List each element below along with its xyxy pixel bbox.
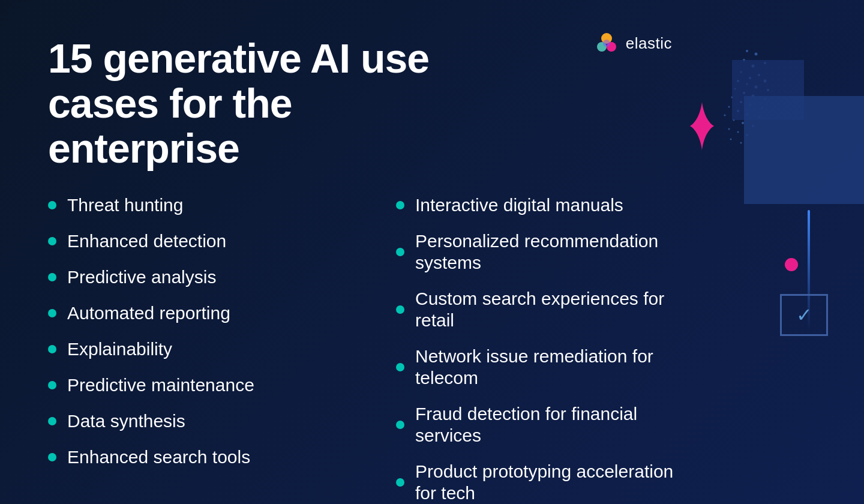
- right-list-column: Interactive digital manualsPersonalized …: [396, 194, 696, 504]
- list-item: Custom search experiences for retail: [396, 288, 696, 331]
- item-label: Explainability: [67, 338, 172, 360]
- bullet-icon: [396, 305, 404, 314]
- item-label: Threat hunting: [67, 194, 183, 216]
- list-item: Personalized recommendation systems: [396, 230, 696, 274]
- bullet-icon: [396, 363, 404, 371]
- bullet-icon: [396, 421, 404, 429]
- main-content: 15 generative AI use cases for the enter…: [0, 0, 864, 504]
- list-item: Threat hunting: [48, 194, 348, 216]
- list-item: Interactive digital manuals: [396, 194, 696, 216]
- list-item: Predictive analysis: [48, 266, 348, 288]
- list-item: Enhanced search tools: [48, 446, 348, 468]
- item-label: Enhanced search tools: [67, 446, 250, 468]
- item-label: Fraud detection for financial services: [415, 403, 696, 446]
- bullet-icon: [48, 417, 56, 425]
- bullet-icon: [48, 345, 56, 353]
- list-item: Automated reporting: [48, 302, 348, 324]
- item-label: Network issue remediation for telecom: [415, 346, 696, 389]
- list-item: Data synthesis: [48, 410, 348, 432]
- list-item: Predictive maintenance: [48, 374, 348, 396]
- item-label: Enhanced detection: [67, 230, 226, 252]
- list-item: Enhanced detection: [48, 230, 348, 252]
- item-label: Automated reporting: [67, 302, 230, 324]
- page-container: ✓ elastic 15 generative AI use cases for…: [0, 0, 864, 504]
- lists-container: Threat huntingEnhanced detectionPredicti…: [48, 194, 822, 504]
- list-item: Product prototyping acceleration for tec…: [396, 461, 696, 504]
- item-label: Product prototyping acceleration for tec…: [415, 461, 696, 504]
- list-item: Explainability: [48, 338, 348, 360]
- item-label: Personalized recommendation systems: [415, 230, 696, 274]
- item-label: Data synthesis: [67, 410, 185, 432]
- bullet-icon: [396, 248, 404, 256]
- bullet-icon: [396, 478, 404, 487]
- page-title: 15 generative AI use cases for the enter…: [48, 36, 468, 170]
- item-label: Predictive maintenance: [67, 374, 254, 396]
- list-item: Network issue remediation for telecom: [396, 346, 696, 389]
- bullet-icon: [48, 201, 56, 209]
- item-label: Predictive analysis: [67, 266, 216, 288]
- bullet-icon: [48, 237, 56, 245]
- list-item: Fraud detection for financial services: [396, 403, 696, 446]
- item-label: Interactive digital manuals: [415, 194, 623, 216]
- bullet-icon: [48, 453, 56, 461]
- bullet-icon: [396, 201, 404, 209]
- bullet-icon: [48, 309, 56, 317]
- bullet-icon: [48, 381, 56, 389]
- item-label: Custom search experiences for retail: [415, 288, 696, 331]
- left-list-column: Threat huntingEnhanced detectionPredicti…: [48, 194, 348, 504]
- bullet-icon: [48, 273, 56, 281]
